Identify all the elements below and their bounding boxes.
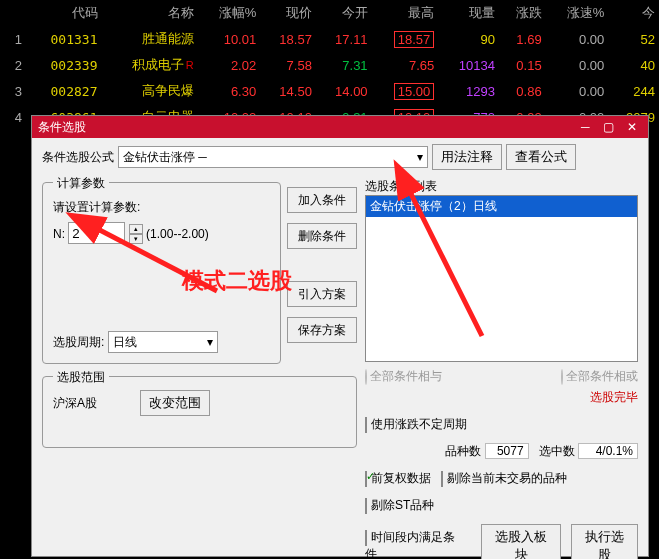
dialog-titlebar[interactable]: 条件选股 ─ ▢ ✕ bbox=[32, 116, 648, 130]
stock-table: 代码名称涨幅%现价今开最高现量涨跌涨速%今 1001331胜通能源10.0118… bbox=[0, 0, 659, 130]
close-icon[interactable]: ✕ bbox=[622, 116, 642, 130]
condition-stock-dialog: 条件选股 ─ ▢ ✕ 条件选股公式 金钻伏击涨停 ─ ▾ 用法注释 查看公式 计… bbox=[31, 115, 649, 130]
dialog-title: 条件选股 bbox=[38, 116, 86, 130]
maximize-icon[interactable]: ▢ bbox=[599, 116, 619, 130]
table-row[interactable]: 1001331胜通能源10.0118.5717.1118.57901.690.0… bbox=[0, 26, 659, 52]
table-row[interactable]: 2002339积成电子R2.027.587.317.65101340.150.0… bbox=[0, 52, 659, 78]
table-row[interactable]: 3002827高争民爆6.3014.5014.0015.0012930.860.… bbox=[0, 78, 659, 104]
minimize-icon[interactable]: ─ bbox=[575, 116, 595, 130]
